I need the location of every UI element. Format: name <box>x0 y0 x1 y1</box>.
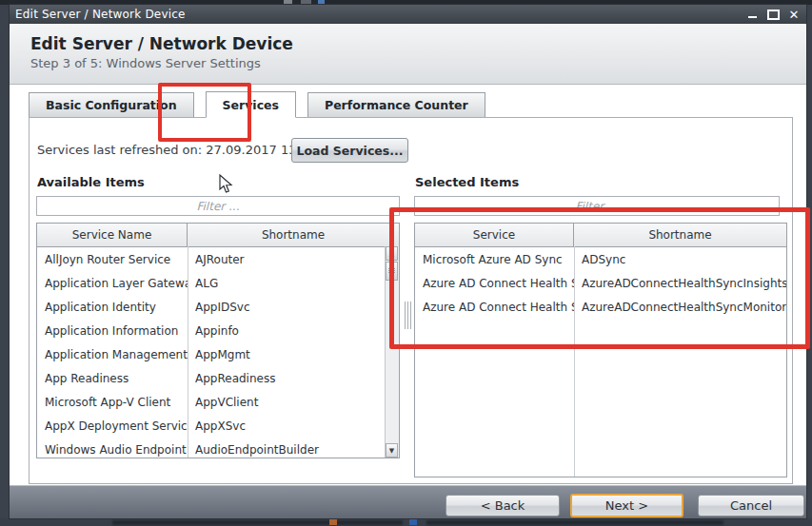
table-cell[interactable]: AppReadiness <box>188 366 399 390</box>
wizard-footer: < Back Next > Cancel <box>10 485 806 518</box>
window-title: Edit Server / Network Device <box>15 8 743 21</box>
table-row[interactable]: Windows Audio Endpoint BuilderAudioEndpo… <box>37 438 399 458</box>
table-cell[interactable]: AppMgmt <box>188 342 399 366</box>
column-header-service-name: Service Name <box>37 224 188 246</box>
scroll-up-icon[interactable]: ▲ <box>386 246 398 261</box>
available-items-table: Service Name Shortname AllJoyn Router Se… <box>36 223 400 458</box>
wizard-step-subtitle: Step 3 of 5: Windows Server Settings <box>30 56 806 70</box>
table-cell[interactable]: AppVClient <box>188 390 399 414</box>
tab-bar: Basic Configuration Services Performance… <box>29 92 497 118</box>
background-icon <box>284 0 292 4</box>
table-cell[interactable]: Application Management <box>37 342 188 366</box>
background-icon <box>409 518 417 525</box>
table-row[interactable]: Azure AD Connect Health Sync InsightsAzu… <box>415 271 786 295</box>
table-row[interactable]: Application ManagementAppMgmt <box>37 342 399 366</box>
column-header-shortname: Shortname <box>188 224 399 246</box>
table-cell[interactable]: Application Identity <box>37 295 188 319</box>
table-cell[interactable]: ALG <box>188 271 399 295</box>
background-icon <box>329 518 337 525</box>
wizard-header: Edit Server / Network Device Step 3 of 5… <box>10 24 806 85</box>
dialog-content: Basic Configuration Services Performance… <box>10 85 806 485</box>
table-row[interactable]: App ReadinessAppReadiness <box>37 366 399 390</box>
services-tab-panel: Services last refreshed on: 27.09.2017 1… <box>29 117 793 484</box>
table-cell[interactable]: Application Information <box>37 319 188 342</box>
background-blurred-text <box>426 520 723 525</box>
table-cell[interactable]: Microsoft App-V Client <box>37 390 188 414</box>
next-button[interactable]: Next > <box>570 494 683 517</box>
tab-performance-counter[interactable]: Performance Counter <box>307 92 485 117</box>
table-cell[interactable]: Microsoft Azure AD Sync <box>415 247 574 271</box>
table-row[interactable]: Azure AD Connect Health Sync MonitorAzur… <box>415 295 786 319</box>
table-row[interactable]: AppX Deployment Service (AppXSVC)AppXSvc <box>37 414 399 438</box>
table-cell[interactable]: Windows Audio Endpoint Builder <box>37 438 188 458</box>
panel-splitter-handle[interactable] <box>405 302 412 329</box>
table-cell[interactable]: App Readiness <box>37 366 188 390</box>
table-header: Service Shortname <box>415 224 786 247</box>
services-refreshed-label: Services last refreshed on: 27.09.2017 1… <box>37 143 316 157</box>
load-services-button[interactable]: Load Services... <box>291 138 408 163</box>
table-row[interactable]: Application Layer Gateway ServiceALG <box>37 271 399 295</box>
column-header-shortname: Shortname <box>574 224 786 246</box>
table-cell[interactable]: Application Layer Gateway Service <box>37 271 188 295</box>
close-button[interactable]: ✕ <box>785 7 802 22</box>
minimize-button[interactable] <box>743 7 761 22</box>
selected-items-table: Service Shortname Microsoft Azure AD Syn… <box>414 223 787 477</box>
available-filter-input[interactable] <box>36 196 400 216</box>
table-cell[interactable]: AppIDSvc <box>188 295 399 319</box>
background-blurred-text <box>112 520 403 525</box>
scrollbar-thumb[interactable] <box>386 262 398 281</box>
dialog-titlebar[interactable]: Edit Server / Network Device ✕ <box>10 5 806 24</box>
table-row[interactable]: Application InformationAppinfo <box>37 319 399 342</box>
table-cell[interactable]: AppXSvc <box>188 414 399 438</box>
selected-items-label: Selected Items <box>415 175 519 189</box>
table-row[interactable]: Microsoft Azure AD SyncADSync <box>415 247 786 271</box>
page-title: Edit Server / Network Device <box>30 34 806 53</box>
table-row[interactable]: Microsoft App-V ClientAppVClient <box>37 390 399 414</box>
edit-server-dialog: Edit Server / Network Device ✕ Edit Serv… <box>10 5 806 518</box>
table-row[interactable]: Application IdentityAppIDSvc <box>37 295 399 319</box>
table-cell[interactable]: AppX Deployment Service (AppXSVC) <box>37 414 188 438</box>
table-body: Microsoft Azure AD SyncADSyncAzure AD Co… <box>415 247 786 319</box>
table-cell[interactable]: Azure AD Connect Health Sync Insights <box>415 271 574 295</box>
close-icon: ✕ <box>789 8 800 22</box>
table-body: AllJoyn Router ServiceAJRouterApplicatio… <box>37 247 399 458</box>
tab-services[interactable]: Services <box>206 91 296 118</box>
background-icon <box>318 0 325 4</box>
table-cell[interactable]: AJRouter <box>188 247 399 271</box>
table-cell[interactable]: ADSync <box>574 247 786 271</box>
maximize-icon <box>767 10 780 20</box>
cancel-button[interactable]: Cancel <box>698 495 804 516</box>
table-cell[interactable]: AzureADConnectHealthSyncInsights <box>574 271 786 295</box>
table-row[interactable]: AllJoyn Router ServiceAJRouter <box>37 247 399 271</box>
scroll-down-icon[interactable]: ▼ <box>386 443 398 458</box>
table-cell[interactable]: AudioEndpointBuilder <box>188 438 399 458</box>
tab-basic-configuration[interactable]: Basic Configuration <box>29 92 194 117</box>
table-cell[interactable]: Appinfo <box>188 319 399 342</box>
column-header-service: Service <box>415 224 574 246</box>
table-header: Service Name Shortname <box>37 224 399 247</box>
vertical-scrollbar[interactable]: ▲ ▼ <box>385 246 399 458</box>
table-cell[interactable]: AllJoyn Router Service <box>37 247 188 271</box>
available-items-label: Available Items <box>37 175 145 189</box>
table-cell[interactable]: Azure AD Connect Health Sync Monitor <box>415 295 574 319</box>
table-cell[interactable]: AzureADConnectHealthSyncMonitor <box>574 295 786 319</box>
minimize-icon <box>748 16 757 18</box>
back-button[interactable]: < Back <box>446 495 560 516</box>
background-icon <box>301 0 311 4</box>
selected-filter-input[interactable] <box>414 196 780 216</box>
maximize-button[interactable] <box>764 7 782 22</box>
